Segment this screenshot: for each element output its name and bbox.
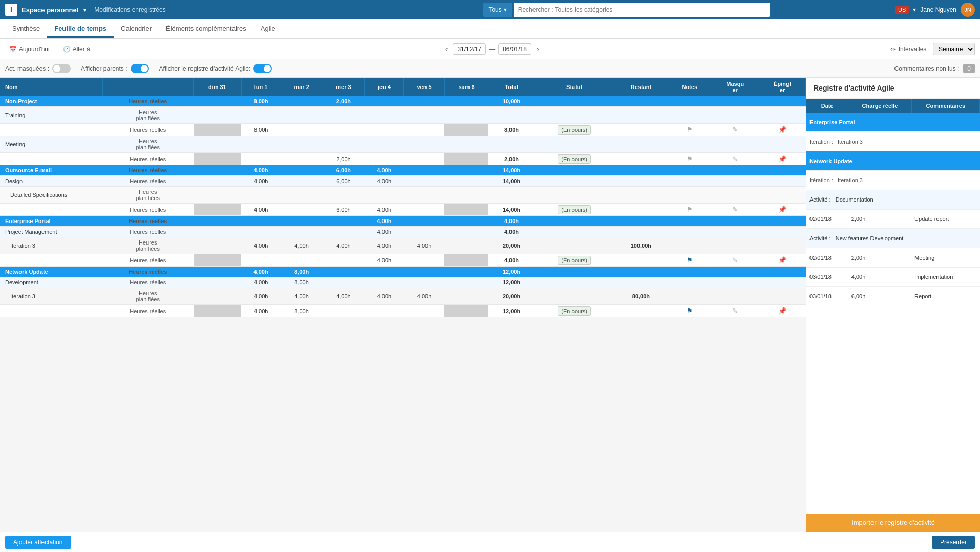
cell-jeu4[interactable]: 4,00h <box>365 204 404 216</box>
cell-ven5[interactable] <box>404 204 444 216</box>
col-total: Total <box>488 78 535 96</box>
cell-notes <box>668 165 711 176</box>
tab-synthese[interactable]: Synthèse <box>5 20 47 38</box>
tab-calendrier[interactable]: Calendrier <box>114 20 159 38</box>
cell-jeu4[interactable] <box>365 124 404 136</box>
flag-blue-icon[interactable]: ⚑ <box>686 256 694 264</box>
cell-mer3[interactable] <box>323 305 365 317</box>
avatar[interactable]: JN <box>961 3 975 17</box>
cell-masquer[interactable]: ✎ <box>711 153 759 165</box>
agile-date: 03/01/18 <box>806 268 848 287</box>
cell-lun1[interactable]: 4,00h <box>241 204 281 216</box>
afficher-parents-toggle[interactable] <box>131 64 149 73</box>
goto-button[interactable]: 🕐 Aller à <box>59 43 94 55</box>
row-type: Heures réelles <box>102 124 194 136</box>
cell-masquer[interactable]: ✎ <box>711 124 759 136</box>
tous-button[interactable]: Tous ▾ <box>483 3 512 17</box>
cell-mar2[interactable]: 8,00h <box>281 305 323 317</box>
today-button[interactable]: 📅 Aujourd'hui <box>5 43 54 55</box>
cell-lun1[interactable]: 4,00h <box>241 305 281 317</box>
cell-notes[interactable]: ⚑ <box>668 124 711 136</box>
cell-masquer[interactable]: ✎ <box>711 305 759 317</box>
cell-mar2[interactable] <box>281 254 323 267</box>
cell-jeu4[interactable] <box>365 153 404 165</box>
cell-sam6 <box>444 237 488 254</box>
end-date[interactable]: 06/01/18 <box>498 43 531 55</box>
afficher-parents-section: Afficher parents : <box>81 64 149 73</box>
cell-mer3[interactable] <box>323 254 365 267</box>
cell-notes[interactable]: ⚑ <box>668 254 711 267</box>
pin-icon[interactable]: 📌 <box>777 126 787 134</box>
cell-epingler[interactable]: 📌 <box>759 153 805 165</box>
cell-mer3[interactable]: 2,00h <box>323 153 365 165</box>
search-input[interactable] <box>514 3 770 17</box>
edit-icon[interactable]: ✎ <box>731 307 739 315</box>
cell-epingler[interactable]: 📌 <box>759 204 805 216</box>
cell-lun1[interactable]: 8,00h <box>241 124 281 136</box>
cell-epingler[interactable]: 📌 <box>759 124 805 136</box>
flag-icon[interactable]: ⚑ <box>686 206 694 213</box>
cell-ven5[interactable] <box>404 153 444 165</box>
cell-dim31[interactable] <box>194 254 242 267</box>
edit-icon[interactable]: ✎ <box>731 206 739 213</box>
edit-icon[interactable]: ✎ <box>731 256 739 264</box>
cell-dim31[interactable] <box>194 204 242 216</box>
pin-icon[interactable]: 📌 <box>777 155 787 163</box>
act-masquees-toggle[interactable] <box>52 64 71 73</box>
cell-statut <box>535 237 614 254</box>
edit-icon[interactable]: ✎ <box>731 126 739 134</box>
cell-sam6[interactable] <box>444 153 488 165</box>
cell-mar2[interactable] <box>281 204 323 216</box>
pin-icon[interactable]: 📌 <box>777 307 787 315</box>
prev-date-button[interactable]: ‹ <box>443 45 450 53</box>
flag-icon[interactable]: ⚑ <box>686 126 694 134</box>
cell-notes[interactable]: ⚑ <box>668 204 711 216</box>
cell-sam6[interactable] <box>444 305 488 317</box>
tab-feuille-de-temps[interactable]: Feuille de temps <box>47 20 114 38</box>
flag-blue-icon[interactable]: ⚑ <box>686 307 694 315</box>
present-button[interactable]: Présenter <box>932 536 975 549</box>
tab-agile[interactable]: Agile <box>253 20 283 38</box>
cell-sam6[interactable] <box>444 204 488 216</box>
cell-mar2[interactable] <box>281 153 323 165</box>
cell-lun1[interactable] <box>241 254 281 267</box>
cell-ven5[interactable] <box>404 305 444 317</box>
cell-ven5[interactable] <box>404 124 444 136</box>
cell-epingler[interactable]: 📌 <box>759 254 805 267</box>
flag-icon[interactable]: ⚑ <box>686 155 694 163</box>
cell-dim31[interactable] <box>194 124 242 136</box>
cell-dim31[interactable] <box>194 305 242 317</box>
cell-notes[interactable]: ⚑ <box>668 153 711 165</box>
tab-elements-complementaires[interactable]: Éléments complémentaires <box>159 20 253 38</box>
start-date[interactable]: 31/12/17 <box>453 43 486 55</box>
cell-sam6[interactable] <box>444 254 488 267</box>
search-section: Tous ▾ <box>363 3 891 17</box>
pin-icon[interactable]: 📌 <box>777 256 787 264</box>
import-agile-button[interactable]: Importer le registre d'activité <box>806 514 980 532</box>
cell-jeu4[interactable] <box>365 305 404 317</box>
cell-mer3[interactable]: 6,00h <box>323 204 365 216</box>
cell-jeu4[interactable]: 4,00h <box>365 254 404 267</box>
cell-notes <box>668 96 711 107</box>
cell-mar2[interactable] <box>281 124 323 136</box>
edit-icon[interactable]: ✎ <box>731 155 739 163</box>
agile-header-row: Date Charge réelle Commentaires <box>806 99 980 113</box>
interval-select[interactable]: Semaine Jour Mois <box>933 43 975 55</box>
region-flag[interactable]: US <box>895 6 909 14</box>
cell-notes[interactable]: ⚑ <box>668 305 711 317</box>
cell-dim31[interactable] <box>194 153 242 165</box>
next-date-button[interactable]: › <box>535 45 541 53</box>
cell-mer3[interactable] <box>323 124 365 136</box>
cell-sam6[interactable] <box>444 124 488 136</box>
cell-mar2: 8,00h <box>281 277 323 288</box>
cell-epingler[interactable]: 📌 <box>759 305 805 317</box>
cell-masquer[interactable]: ✎ <box>711 204 759 216</box>
pin-icon[interactable]: 📌 <box>777 206 787 213</box>
cell-ven5[interactable] <box>404 254 444 267</box>
add-affectation-button[interactable]: Ajouter affectation <box>5 536 71 549</box>
app-logo: I <box>5 4 17 16</box>
cell-lun1[interactable] <box>241 153 281 165</box>
afficher-agile-toggle[interactable] <box>253 64 272 73</box>
app-dropdown-icon[interactable]: ▾ <box>83 7 86 13</box>
cell-masquer[interactable]: ✎ <box>711 254 759 267</box>
